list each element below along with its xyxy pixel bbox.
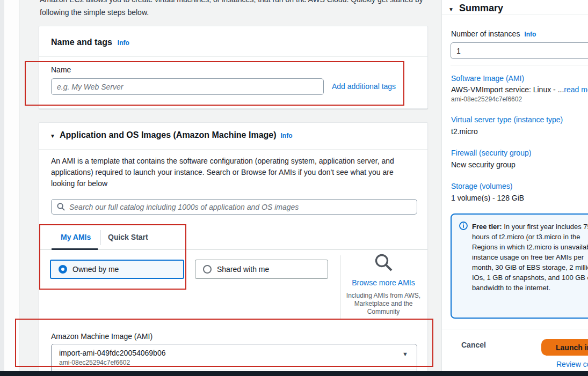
storage-label[interactable]: Storage (volumes) [451, 182, 512, 190]
footer-bar [0, 371, 588, 376]
browse-caption: Including AMIs from AWS, Marketplace and… [343, 292, 424, 316]
free-tier-text: In your first year includes 750 hours of… [472, 223, 588, 292]
instances-info-link[interactable]: Info [524, 31, 536, 38]
tab-my-amis[interactable]: My AMIs [61, 233, 91, 241]
summary-header-divider [442, 14, 588, 14]
left-rail [4, 0, 19, 376]
tab-quick-start[interactable]: Quick Start [108, 233, 148, 241]
cancel-button[interactable]: Cancel [461, 341, 486, 349]
search-icon [57, 203, 65, 211]
ami-tabs: My AMIs Quick Start [39, 228, 427, 250]
summary-field-divider [451, 65, 588, 65]
card-header-divider [39, 56, 427, 57]
ami-select-name: import-ami-049fdc20054069b06 [52, 344, 417, 357]
intro-line-1: Amazon EC2 allows you to create virtual … [40, 0, 437, 4]
software-image-id: ami-08ec25294c7ef6602 [451, 95, 522, 103]
free-tier-alert: Free tier: In your first year includes 7… [451, 213, 588, 319]
summary-collapse-arrow-icon[interactable]: ▼ [448, 6, 454, 12]
name-input[interactable] [51, 78, 324, 95]
search-placeholder: Search our full catalog including 1000s … [69, 203, 299, 211]
instance-type-value: t2.micro [451, 127, 478, 136]
instances-input-wrap [451, 42, 588, 59]
software-image-value: AWS-VMImport service: Linux - ... [451, 85, 564, 94]
ami-description: An AMI is a template that contains the s… [51, 156, 416, 189]
ami-select-label: Amazon Machine Image (AMI) [51, 332, 153, 341]
search-large-icon [374, 253, 393, 274]
storage-value: 1 volume(s) - 128 GiB [451, 194, 524, 202]
firewall-value: New security group [451, 160, 516, 169]
ami-select-id: ami-08ec25294c7ef6602 [52, 357, 417, 370]
name-and-tags-section: Name and tags Info Name Add additional t… [39, 26, 428, 109]
instance-type-label[interactable]: Virtual server type (instance type) [451, 115, 563, 124]
active-tab-underline [52, 248, 98, 250]
summary-panel: ▼ Summary Number of instances Info Softw… [441, 0, 588, 372]
browse-more-amis-link[interactable]: Browse more AMIs [343, 278, 424, 287]
section-collapse-arrow-icon[interactable]: ▼ [50, 133, 55, 139]
ami-search-box[interactable]: Search our full catalog including 1000s … [51, 199, 417, 215]
radio-unselected-icon [203, 265, 212, 274]
summary-title: Summary [459, 3, 503, 14]
app-os-images-section: ▼ Application and OS Images (Amazon Mach… [39, 122, 428, 376]
tab-separator [100, 230, 100, 245]
add-additional-tags-link[interactable]: Add additional tags [332, 82, 396, 91]
radio-owned-label: Owned by me [72, 265, 119, 274]
radio-shared-label: Shared with me [217, 265, 269, 274]
name-input-wrap [51, 78, 324, 95]
software-image-label[interactable]: Software Image (AMI) [451, 74, 524, 83]
intro-line-2: following the simple steps below. [40, 8, 437, 17]
info-circle-icon [459, 222, 468, 293]
name-and-tags-info-link[interactable]: Info [118, 39, 129, 47]
chevron-down-icon: ▼ [402, 351, 408, 357]
review-commands-link[interactable]: Review commands [556, 360, 588, 368]
read-more-link[interactable]: read more [564, 85, 588, 94]
card-header-divider [39, 149, 427, 150]
summary-footer-divider [442, 329, 588, 329]
left-rail-strip [0, 0, 4, 376]
radio-shared-with-me[interactable]: Shared with me [195, 260, 328, 279]
app-os-images-info-link[interactable]: Info [281, 132, 293, 139]
app-os-images-title: Application and OS Images (Amazon Machin… [60, 130, 277, 140]
browse-divider [340, 255, 340, 319]
intro-paragraph: Amazon EC2 allows you to create virtual … [40, 0, 437, 17]
free-tier-bold: Free tier: [472, 223, 502, 231]
radio-owned-by-me[interactable]: Owned by me [50, 260, 184, 279]
radio-selected-icon [59, 265, 67, 274]
browse-more-amis-block: Browse more AMIs Including AMIs from AWS… [343, 253, 424, 316]
launch-instance-button[interactable]: Launch instance [541, 339, 588, 356]
name-field-label: Name [51, 65, 71, 74]
firewall-label[interactable]: Firewall (security group) [451, 149, 531, 157]
instances-count-label: Number of instances [451, 30, 520, 38]
name-and-tags-title: Name and tags [51, 38, 112, 47]
instances-count-input[interactable] [451, 42, 588, 59]
